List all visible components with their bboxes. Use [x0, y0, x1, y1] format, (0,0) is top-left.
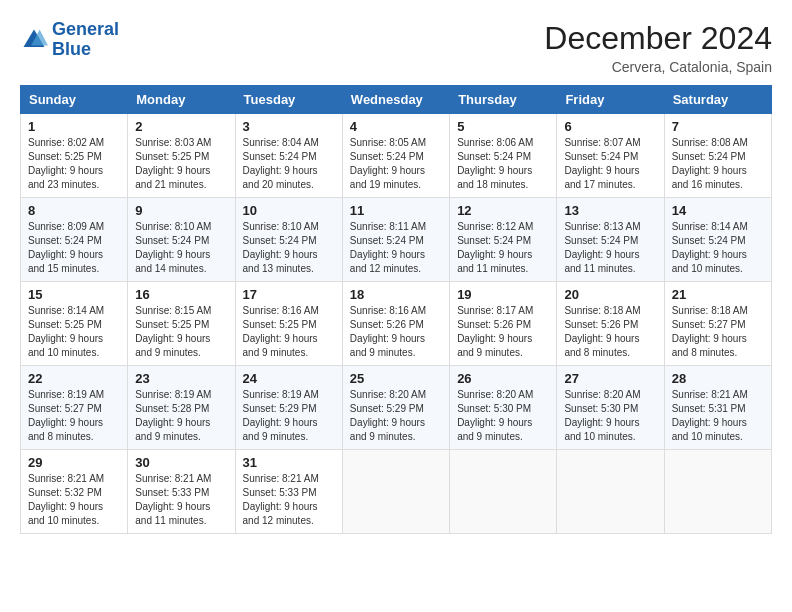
- calendar-cell: 16Sunrise: 8:15 AMSunset: 5:25 PMDayligh…: [128, 282, 235, 366]
- header-monday: Monday: [128, 86, 235, 114]
- day-info: Sunrise: 8:16 AMSunset: 5:26 PMDaylight:…: [350, 304, 442, 360]
- day-info: Sunrise: 8:03 AMSunset: 5:25 PMDaylight:…: [135, 136, 227, 192]
- calendar-cell: 31Sunrise: 8:21 AMSunset: 5:33 PMDayligh…: [235, 450, 342, 534]
- day-number: 6: [564, 119, 656, 134]
- day-info: Sunrise: 8:08 AMSunset: 5:24 PMDaylight:…: [672, 136, 764, 192]
- day-number: 28: [672, 371, 764, 386]
- day-info: Sunrise: 8:18 AMSunset: 5:27 PMDaylight:…: [672, 304, 764, 360]
- day-number: 11: [350, 203, 442, 218]
- day-info: Sunrise: 8:20 AMSunset: 5:30 PMDaylight:…: [457, 388, 549, 444]
- calendar-cell: 20Sunrise: 8:18 AMSunset: 5:26 PMDayligh…: [557, 282, 664, 366]
- logo: General Blue: [20, 20, 119, 60]
- day-info: Sunrise: 8:07 AMSunset: 5:24 PMDaylight:…: [564, 136, 656, 192]
- calendar-cell: 10Sunrise: 8:10 AMSunset: 5:24 PMDayligh…: [235, 198, 342, 282]
- page-header: General Blue December 2024 Cervera, Cata…: [20, 20, 772, 75]
- day-number: 19: [457, 287, 549, 302]
- day-info: Sunrise: 8:21 AMSunset: 5:33 PMDaylight:…: [243, 472, 335, 528]
- day-number: 30: [135, 455, 227, 470]
- day-info: Sunrise: 8:10 AMSunset: 5:24 PMDaylight:…: [135, 220, 227, 276]
- calendar-row: 8Sunrise: 8:09 AMSunset: 5:24 PMDaylight…: [21, 198, 772, 282]
- calendar-header-row: Sunday Monday Tuesday Wednesday Thursday…: [21, 86, 772, 114]
- calendar-cell: 3Sunrise: 8:04 AMSunset: 5:24 PMDaylight…: [235, 114, 342, 198]
- day-number: 27: [564, 371, 656, 386]
- day-info: Sunrise: 8:19 AMSunset: 5:29 PMDaylight:…: [243, 388, 335, 444]
- calendar-cell: 24Sunrise: 8:19 AMSunset: 5:29 PMDayligh…: [235, 366, 342, 450]
- day-info: Sunrise: 8:15 AMSunset: 5:25 PMDaylight:…: [135, 304, 227, 360]
- day-number: 16: [135, 287, 227, 302]
- header-thursday: Thursday: [450, 86, 557, 114]
- calendar-cell: 8Sunrise: 8:09 AMSunset: 5:24 PMDaylight…: [21, 198, 128, 282]
- calendar-cell: [342, 450, 449, 534]
- calendar-cell: 27Sunrise: 8:20 AMSunset: 5:30 PMDayligh…: [557, 366, 664, 450]
- calendar-cell: 15Sunrise: 8:14 AMSunset: 5:25 PMDayligh…: [21, 282, 128, 366]
- day-info: Sunrise: 8:21 AMSunset: 5:32 PMDaylight:…: [28, 472, 120, 528]
- day-info: Sunrise: 8:21 AMSunset: 5:33 PMDaylight:…: [135, 472, 227, 528]
- day-info: Sunrise: 8:19 AMSunset: 5:28 PMDaylight:…: [135, 388, 227, 444]
- calendar-row: 1Sunrise: 8:02 AMSunset: 5:25 PMDaylight…: [21, 114, 772, 198]
- day-info: Sunrise: 8:11 AMSunset: 5:24 PMDaylight:…: [350, 220, 442, 276]
- day-info: Sunrise: 8:05 AMSunset: 5:24 PMDaylight:…: [350, 136, 442, 192]
- calendar-cell: 30Sunrise: 8:21 AMSunset: 5:33 PMDayligh…: [128, 450, 235, 534]
- calendar-cell: 13Sunrise: 8:13 AMSunset: 5:24 PMDayligh…: [557, 198, 664, 282]
- calendar-cell: 14Sunrise: 8:14 AMSunset: 5:24 PMDayligh…: [664, 198, 771, 282]
- day-number: 21: [672, 287, 764, 302]
- day-number: 23: [135, 371, 227, 386]
- day-number: 3: [243, 119, 335, 134]
- day-number: 4: [350, 119, 442, 134]
- day-info: Sunrise: 8:13 AMSunset: 5:24 PMDaylight:…: [564, 220, 656, 276]
- day-info: Sunrise: 8:06 AMSunset: 5:24 PMDaylight:…: [457, 136, 549, 192]
- calendar-cell: 25Sunrise: 8:20 AMSunset: 5:29 PMDayligh…: [342, 366, 449, 450]
- day-info: Sunrise: 8:21 AMSunset: 5:31 PMDaylight:…: [672, 388, 764, 444]
- calendar-cell: 28Sunrise: 8:21 AMSunset: 5:31 PMDayligh…: [664, 366, 771, 450]
- calendar-cell: 5Sunrise: 8:06 AMSunset: 5:24 PMDaylight…: [450, 114, 557, 198]
- calendar-cell: 19Sunrise: 8:17 AMSunset: 5:26 PMDayligh…: [450, 282, 557, 366]
- calendar-cell: 17Sunrise: 8:16 AMSunset: 5:25 PMDayligh…: [235, 282, 342, 366]
- calendar-cell: 26Sunrise: 8:20 AMSunset: 5:30 PMDayligh…: [450, 366, 557, 450]
- calendar-cell: [557, 450, 664, 534]
- title-block: December 2024 Cervera, Catalonia, Spain: [544, 20, 772, 75]
- day-info: Sunrise: 8:19 AMSunset: 5:27 PMDaylight:…: [28, 388, 120, 444]
- day-info: Sunrise: 8:12 AMSunset: 5:24 PMDaylight:…: [457, 220, 549, 276]
- calendar-row: 22Sunrise: 8:19 AMSunset: 5:27 PMDayligh…: [21, 366, 772, 450]
- day-number: 15: [28, 287, 120, 302]
- day-number: 18: [350, 287, 442, 302]
- day-number: 9: [135, 203, 227, 218]
- day-info: Sunrise: 8:20 AMSunset: 5:29 PMDaylight:…: [350, 388, 442, 444]
- logo-text: General Blue: [52, 20, 119, 60]
- calendar-cell: 23Sunrise: 8:19 AMSunset: 5:28 PMDayligh…: [128, 366, 235, 450]
- header-sunday: Sunday: [21, 86, 128, 114]
- header-tuesday: Tuesday: [235, 86, 342, 114]
- day-info: Sunrise: 8:10 AMSunset: 5:24 PMDaylight:…: [243, 220, 335, 276]
- calendar-cell: 6Sunrise: 8:07 AMSunset: 5:24 PMDaylight…: [557, 114, 664, 198]
- day-number: 24: [243, 371, 335, 386]
- logo-blue: Blue: [52, 39, 91, 59]
- header-friday: Friday: [557, 86, 664, 114]
- header-saturday: Saturday: [664, 86, 771, 114]
- day-number: 31: [243, 455, 335, 470]
- day-info: Sunrise: 8:02 AMSunset: 5:25 PMDaylight:…: [28, 136, 120, 192]
- day-info: Sunrise: 8:16 AMSunset: 5:25 PMDaylight:…: [243, 304, 335, 360]
- calendar-cell: 22Sunrise: 8:19 AMSunset: 5:27 PMDayligh…: [21, 366, 128, 450]
- calendar-cell: 21Sunrise: 8:18 AMSunset: 5:27 PMDayligh…: [664, 282, 771, 366]
- calendar-cell: 4Sunrise: 8:05 AMSunset: 5:24 PMDaylight…: [342, 114, 449, 198]
- calendar-cell: 7Sunrise: 8:08 AMSunset: 5:24 PMDaylight…: [664, 114, 771, 198]
- day-info: Sunrise: 8:18 AMSunset: 5:26 PMDaylight:…: [564, 304, 656, 360]
- calendar-cell: [450, 450, 557, 534]
- day-number: 7: [672, 119, 764, 134]
- calendar-row: 15Sunrise: 8:14 AMSunset: 5:25 PMDayligh…: [21, 282, 772, 366]
- month-title: December 2024: [544, 20, 772, 57]
- day-number: 20: [564, 287, 656, 302]
- calendar-cell: 2Sunrise: 8:03 AMSunset: 5:25 PMDaylight…: [128, 114, 235, 198]
- day-number: 12: [457, 203, 549, 218]
- logo-general: General: [52, 19, 119, 39]
- day-info: Sunrise: 8:09 AMSunset: 5:24 PMDaylight:…: [28, 220, 120, 276]
- header-wednesday: Wednesday: [342, 86, 449, 114]
- day-info: Sunrise: 8:17 AMSunset: 5:26 PMDaylight:…: [457, 304, 549, 360]
- day-info: Sunrise: 8:14 AMSunset: 5:24 PMDaylight:…: [672, 220, 764, 276]
- calendar-cell: 29Sunrise: 8:21 AMSunset: 5:32 PMDayligh…: [21, 450, 128, 534]
- day-info: Sunrise: 8:14 AMSunset: 5:25 PMDaylight:…: [28, 304, 120, 360]
- day-info: Sunrise: 8:04 AMSunset: 5:24 PMDaylight:…: [243, 136, 335, 192]
- calendar-cell: 18Sunrise: 8:16 AMSunset: 5:26 PMDayligh…: [342, 282, 449, 366]
- day-number: 2: [135, 119, 227, 134]
- location: Cervera, Catalonia, Spain: [544, 59, 772, 75]
